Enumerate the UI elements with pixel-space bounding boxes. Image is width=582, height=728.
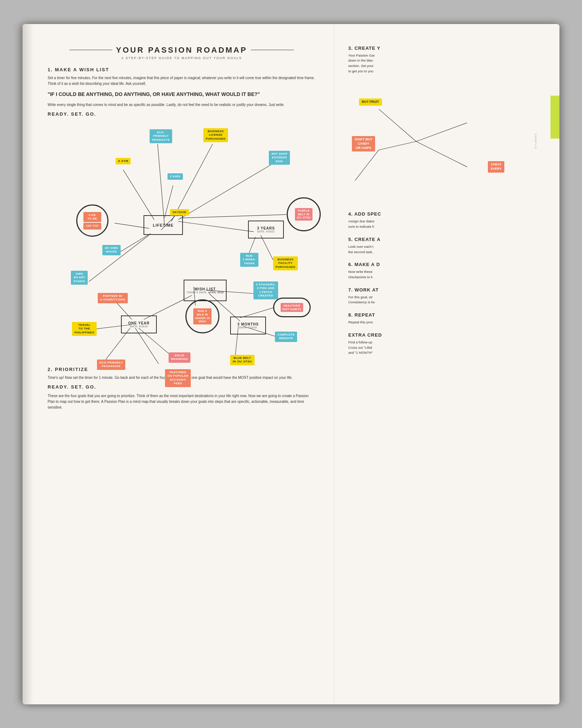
tag-ownartstudio: OWNAN ARTSTUDIO (71, 271, 88, 285)
tag-2kids: 2 KIDS (168, 173, 183, 180)
bookmark-ribbon (551, 96, 559, 139)
extra-credit-heading: EXTRA CRED (348, 332, 545, 338)
svg-line-10 (180, 214, 287, 218)
section3-body: Your Passion Gardown in the blansection.… (348, 53, 545, 74)
tag-skydive: SKYDIVE (170, 209, 189, 216)
wishlist-date-label: TODAY'S DATE: APRIL 2018 (186, 291, 224, 294)
svg-line-2 (178, 165, 271, 220)
tag-completewebsite: COMPLETEWEBSITE (275, 332, 297, 342)
right-page: 3. CREATE Y Your Passion Gardown in the … (334, 24, 559, 704)
section3-heading: 3. CREATE Y (348, 45, 545, 51)
threemonths-label: 3 MONTHS (237, 322, 259, 326)
main-title: YOUR PASSION ROADMAP (116, 45, 247, 55)
section1-ready: READY. SET. GO. (48, 111, 316, 117)
svg-line-25 (379, 109, 416, 141)
svg-line-7 (116, 233, 151, 254)
tag-businessfacility: BUSINESSFACILITYPURCHASED (273, 256, 298, 270)
right-tag-dontbuycandy: DON'T BUYCANDYOR CHIPS (352, 136, 375, 151)
tag-5stickers: 5 STICKERS,3 PINS AND1 PATCHCREATED (253, 281, 278, 299)
tag-run3marathons: RUN3 MARA-THONS (240, 253, 258, 267)
svg-line-0 (157, 144, 164, 225)
tag-featuredaccount: FEATUREDON POPULARACCOUNT/FEED (165, 369, 191, 387)
oneyear-label: ONE YEAR (128, 321, 150, 325)
threeyears-label: 3 YEARS (257, 226, 275, 230)
tag-myownhouse: MY OWNHOUSE (102, 245, 121, 255)
svg-line-27 (416, 123, 467, 141)
section1-body1: Set a timer for five minutes. For the ne… (48, 75, 316, 87)
book-container: YOUR PASSION ROADMAP A STEP-BY-STEP GUID… (23, 24, 559, 704)
svg-line-26 (379, 141, 416, 150)
title-line-right (251, 50, 294, 50)
section6-body: Now write thesecheckpoints to k (348, 269, 545, 280)
tag-artshop: ART SHOPEXCEEDS$20K (269, 151, 290, 165)
section1-body2: Write every single thing that comes to m… (48, 102, 316, 108)
subtitle: A STEP-BY-STEP GUIDE TO MAPPING OUT YOUR… (48, 56, 316, 60)
oneyear-date: DATE: 4/2019 (130, 325, 147, 328)
tag-agym: A GYM (116, 158, 131, 164)
right-tag-cheat: CHEATEVERY (488, 161, 504, 172)
tag-businesslicense: BUSINESSLICENSEPURCHASED (203, 128, 228, 142)
svg-line-17 (101, 328, 130, 364)
section6-heading: 6. MAKE A D (348, 262, 545, 267)
page-title-block: YOUR PASSION ROADMAP A STEP-BY-STEP GUID… (48, 45, 316, 60)
node-runmile: RUN AMILE INUNDER 15MINS (185, 299, 219, 333)
tag-ecofriendly: ECO-FRIENDLYPRODUCTS (150, 129, 172, 143)
right-mindmap-svg (348, 79, 545, 204)
section4-body: Assign due datessure to indicate h (348, 219, 545, 229)
svg-line-9 (178, 221, 254, 232)
node-purplebelt: PURPLEBELT INJIU JITSU (287, 197, 321, 231)
sample-watermark: SAMPLE (534, 134, 537, 149)
mindmap-area: LIFETIME WISH LIST TODAY'S DATE: APRIL 2… (48, 120, 316, 364)
svg-line-28 (416, 141, 467, 167)
section2-body2: These are the four goals that you are go… (48, 393, 316, 410)
node-lifetime: LIFETIME (144, 215, 183, 235)
tag-ecofriendlypack: ECO-FRIENDLYPACKAGING (97, 360, 125, 370)
section1-quote: "IF I COULD BE ANYTHING, DO ANYTHING, OR… (48, 91, 316, 98)
threemonths-date: DATE: 7/2018 (239, 326, 257, 329)
lifetime-label: LIFETIME (153, 223, 174, 227)
extra-credit-body: Find a follow-upCross out "Lifetiand "1 … (348, 340, 545, 356)
svg-line-8 (89, 235, 149, 282)
section7-body: For this goal, strConsistency is ke (348, 295, 545, 305)
tag-partnercharity: PARTNER W/A CHARITY/ORG (98, 293, 128, 303)
right-mindmap: BUY FRUIT DON'T BUYCANDYOR CHIPS SAMPLE … (348, 79, 545, 204)
svg-line-24 (240, 308, 275, 318)
svg-line-3 (123, 170, 154, 220)
section5-body: Look over each tthe second task, (348, 244, 545, 255)
threeyears-date: DATE: 4/2021 (257, 230, 275, 233)
title-line-left (69, 50, 112, 50)
tag-travelphilippines: TRAVELTO THEPHILIPPINES (72, 322, 97, 336)
section8-heading: 8. REPEAT (348, 312, 545, 318)
node-oneyear: ONE YEAR DATE: 4/2019 (121, 315, 157, 333)
node-threemonths: 3 MONTHS DATE: 7/2018 (230, 317, 266, 334)
tag-solidbranding: SOLIDBRANDING (169, 352, 190, 363)
section4-heading: 4. ADD SPEC (348, 211, 545, 217)
section7-heading: 7. WORK AT (348, 287, 545, 293)
right-tag-buyfruit: BUY FRUIT (359, 98, 382, 106)
left-page: YOUR PASSION ROADMAP A STEP-BY-STEP GUID… (23, 24, 334, 704)
section5-heading: 5. CREATE A (348, 237, 545, 242)
node-healthier: HEALTHIERDIET HABITS (273, 298, 311, 317)
svg-line-19 (135, 328, 165, 364)
svg-line-29 (355, 150, 379, 180)
section8-body: Repeat this proc (348, 320, 545, 325)
node-live100: LIVETO BE 100 Y/O! (76, 204, 108, 237)
section1-heading: 1. MAKE A WISH LIST (48, 67, 316, 72)
wishlist-label: WISH LIST (194, 287, 216, 291)
node-threeyears: 3 YEARS DATE: 4/2021 (248, 221, 284, 238)
node-wishlist: WISH LIST TODAY'S DATE: APRIL 2018 (184, 280, 227, 301)
tag-bluebelt: BLUE BELTIN JIU JITSU (230, 355, 254, 365)
